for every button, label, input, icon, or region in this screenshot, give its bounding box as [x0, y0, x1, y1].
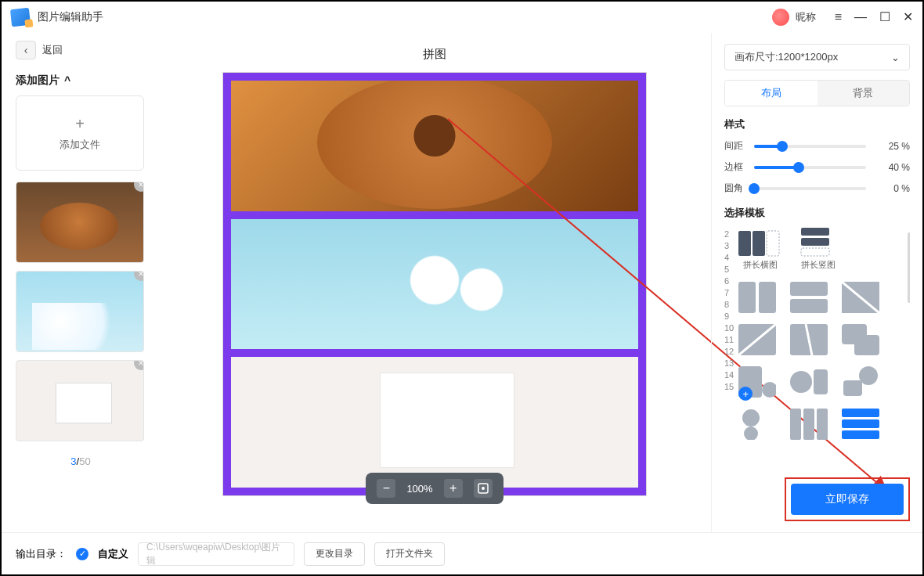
zoom-toolbar: − 100% +	[366, 473, 503, 504]
template-3row-selected[interactable]	[842, 409, 879, 440]
tab-background[interactable]: 背景	[818, 81, 910, 106]
svg-rect-9	[738, 282, 756, 313]
svg-rect-29	[842, 419, 879, 428]
template-2col[interactable]	[738, 282, 776, 313]
svg-rect-12	[790, 299, 828, 313]
svg-rect-3	[738, 231, 751, 256]
svg-rect-6	[801, 228, 829, 236]
tab-layout[interactable]: 布局	[725, 81, 818, 106]
border-slider[interactable]	[754, 166, 866, 169]
template-title: 选择模板	[724, 206, 910, 220]
template-long-vertical[interactable]	[796, 228, 834, 259]
collage-canvas[interactable]	[223, 73, 646, 495]
thumbnail-remove-icon[interactable]: ×	[134, 271, 144, 281]
template-2row[interactable]	[790, 282, 828, 313]
image-counter: 3/50	[16, 455, 146, 467]
template-circle-square[interactable]	[842, 366, 879, 398]
save-highlight-box: 立即保存	[785, 477, 910, 521]
save-button[interactable]: 立即保存	[791, 484, 904, 515]
add-template-icon[interactable]: +	[738, 387, 753, 401]
thumbnail-remove-icon[interactable]: ×	[134, 182, 144, 192]
border-slider-row: 边框 40 %	[724, 160, 910, 174]
output-dir-label: 输出目录：	[16, 547, 67, 561]
thumbnail-1[interactable]: ×	[16, 182, 144, 263]
plus-icon: +	[75, 115, 85, 133]
app-window: 图片编辑助手 昵称 ≡ — ☐ ✕ ‹ 返回 添加图片 ^ + 添加文件	[0, 0, 924, 576]
right-tabs: 布局 背景	[724, 80, 910, 106]
svg-point-19	[790, 371, 812, 393]
thumbnail-3[interactable]: ×	[16, 360, 144, 441]
zoom-value: 100%	[406, 483, 432, 495]
check-icon[interactable]: ✓	[76, 548, 88, 560]
template-diag2[interactable]	[738, 324, 776, 355]
spacing-slider-row: 间距 25 %	[724, 139, 910, 153]
open-folder-button[interactable]: 打开文件夹	[374, 542, 445, 566]
radius-slider-row: 圆角 0 %	[724, 182, 910, 195]
app-logo-icon	[10, 8, 31, 27]
back-button[interactable]: ‹	[16, 41, 36, 59]
avatar-icon[interactable]	[772, 9, 789, 26]
add-file-card[interactable]: + 添加文件	[16, 95, 144, 171]
svg-point-18	[762, 382, 776, 398]
svg-point-1	[482, 487, 485, 490]
svg-rect-4	[753, 231, 765, 256]
template-circle-rect[interactable]	[790, 366, 828, 398]
thumbnail-2[interactable]: ×	[16, 271, 144, 352]
template-two-circles[interactable]	[738, 409, 776, 440]
svg-rect-11	[790, 282, 828, 296]
canvas-cell-2[interactable]	[231, 219, 638, 350]
minimize-icon[interactable]: —	[854, 11, 867, 23]
right-panel: 画布尺寸:1200*1200px ⌄ 布局 背景 样式 间距 25 % 边框 4…	[711, 33, 922, 532]
svg-rect-20	[814, 369, 828, 394]
close-icon[interactable]: ✕	[903, 11, 913, 23]
content-area: ‹ 返回 添加图片 ^ + 添加文件 × × × 3/50 拼图	[2, 33, 922, 532]
nickname-label: 昵称	[796, 10, 816, 24]
template-diagonal[interactable]	[842, 282, 879, 313]
spacing-slider[interactable]	[754, 145, 866, 148]
style-title: 样式	[724, 117, 910, 131]
custom-label: 自定义	[98, 547, 128, 561]
svg-rect-10	[759, 282, 776, 313]
template-area: 23456789101112131415 拼长横图	[724, 228, 910, 471]
template-3col[interactable]	[790, 409, 828, 440]
fullscreen-button[interactable]	[474, 479, 493, 498]
svg-rect-8	[801, 248, 829, 256]
template-number-column: 23456789101112131415	[724, 228, 734, 471]
svg-rect-5	[767, 231, 779, 256]
chevron-down-icon: ⌄	[891, 52, 900, 63]
output-path-input[interactable]: C:\Users\wqeapiw\Desktop\图片辑	[138, 542, 294, 566]
add-images-title[interactable]: 添加图片 ^	[16, 74, 146, 88]
template-v-split[interactable]	[790, 324, 828, 355]
canvas-size-dropdown[interactable]: 画布尺寸:1200*1200px ⌄	[724, 44, 910, 70]
template-scrollbar[interactable]	[908, 228, 910, 408]
svg-rect-30	[842, 430, 879, 439]
maximize-icon[interactable]: ☐	[879, 11, 890, 23]
svg-rect-16	[854, 335, 879, 355]
bottom-bar: 输出目录： ✓ 自定义 C:\Users\wqeapiw\Desktop\图片辑…	[2, 532, 922, 574]
svg-point-23	[742, 409, 760, 427]
center-panel: 拼图 − 100% +	[158, 33, 711, 532]
change-dir-button[interactable]: 更改目录	[304, 542, 365, 566]
menu-icon[interactable]: ≡	[835, 11, 842, 23]
zoom-in-button[interactable]: +	[444, 479, 463, 498]
thumbnail-remove-icon[interactable]: ×	[134, 360, 144, 370]
canvas-cell-3[interactable]	[231, 357, 638, 488]
svg-rect-28	[842, 409, 879, 417]
svg-rect-7	[801, 238, 829, 246]
left-panel: ‹ 返回 添加图片 ^ + 添加文件 × × × 3/50	[2, 33, 158, 532]
chevron-up-icon: ^	[64, 74, 70, 87]
svg-rect-25	[790, 409, 801, 440]
template-overlap[interactable]	[842, 324, 879, 355]
titlebar: 图片编辑助手 昵称 ≡ — ☐ ✕	[2, 2, 922, 33]
radius-slider[interactable]	[754, 187, 866, 190]
zoom-out-button[interactable]: −	[377, 479, 395, 498]
svg-point-24	[744, 427, 758, 440]
svg-rect-27	[817, 409, 828, 440]
back-label: 返回	[42, 43, 63, 57]
svg-rect-22	[843, 380, 862, 396]
add-file-label: 添加文件	[60, 138, 100, 152]
page-title: 拼图	[423, 47, 446, 62]
canvas-cell-1[interactable]	[231, 81, 638, 211]
svg-rect-26	[803, 409, 814, 440]
template-long-horizontal[interactable]	[738, 228, 776, 259]
